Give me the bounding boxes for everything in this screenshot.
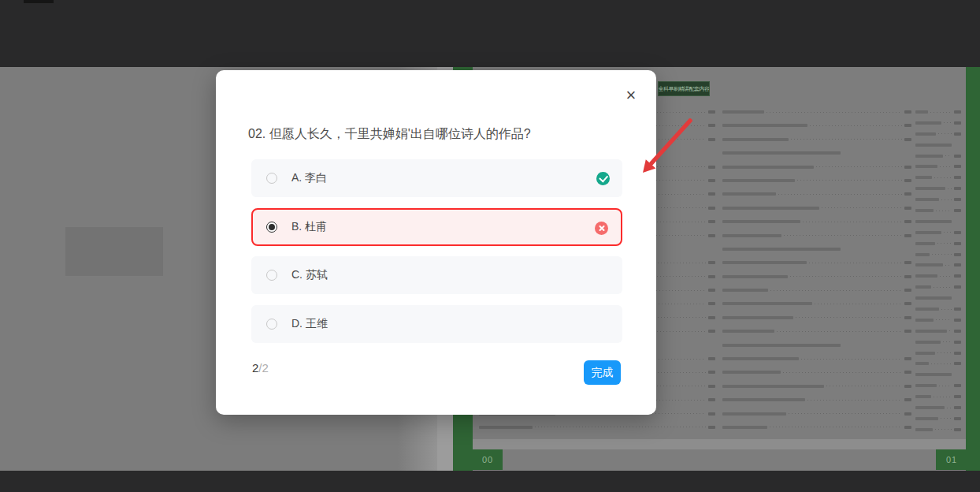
option-a[interactable]: A. 李白 [251,159,622,197]
toc-row [915,231,961,234]
toc-row [915,362,961,365]
progress-indicator: 2/2 [252,361,269,375]
toc-row [722,385,911,388]
page-number-tab-right: 01 [936,449,966,470]
toc-row [722,275,911,278]
toc-row [915,144,961,147]
radio-checked-icon[interactable] [266,222,277,233]
toc-row [915,319,961,322]
page-footer-band [473,439,966,449]
option-label: D. 王维 [291,317,328,331]
toc-row [915,330,961,333]
toc-row [722,151,911,155]
check-circle-icon [596,172,610,185]
close-icon[interactable]: × [621,86,641,106]
toc-row [722,110,911,114]
finish-button[interactable]: 完成 [584,360,621,385]
toc-row [915,121,961,125]
toc-row [722,124,911,127]
toc-row [915,242,961,245]
bottom-chrome-bar [0,471,980,492]
toc-row [915,285,961,289]
quiz-dialog: × 02. 但愿人长久，千里共婵娟'出自哪位诗人的作品? A. 李白 B. 杜甫… [216,70,656,415]
toc-row [722,330,911,333]
toc-row [915,296,961,300]
option-label: A. 李白 [291,171,327,185]
toc-row [915,155,961,158]
toc-row [722,192,911,196]
toc-row [915,263,961,266]
toc-row [915,308,961,311]
toc-row [722,316,911,319]
toc-row [915,274,961,278]
radio-icon[interactable] [266,319,277,330]
radio-icon[interactable] [266,173,277,184]
option-label: C. 苏轼 [291,268,328,282]
toc-row [722,412,911,416]
toc-row [722,302,911,305]
toc-row [722,234,911,237]
toc-row [915,198,961,201]
toc-row [915,132,961,136]
page-number-tab-left: 00 [473,449,503,470]
toc-row [915,176,961,179]
toc-row [915,384,961,387]
toc-row [722,261,911,264]
toc-row [915,341,961,344]
option-label: B. 杜甫 [291,220,327,234]
option-d[interactable]: D. 王维 [251,305,622,343]
progress-total: 2 [262,361,269,375]
toc-row [722,207,911,210]
option-c[interactable]: C. 苏轼 [251,256,622,294]
question-text: 02. 但愿人长久，千里共婵娟'出自哪位诗人的作品? [248,126,634,143]
page-right-green-bar [966,67,980,471]
toc-header-badge: 全科早刷精讲配套内容 [658,81,710,96]
toc-row [722,357,911,360]
x-circle-icon [595,222,608,235]
toc-row [722,248,911,251]
toc-row [915,209,961,212]
toc-row [915,428,961,431]
radio-icon[interactable] [266,270,277,281]
toc-row [915,220,961,223]
toc-row [722,289,911,292]
toc-row [722,220,911,223]
toc-row [915,110,961,114]
toc-row [722,371,911,374]
left-page-image-placeholder [65,227,163,276]
toc-row [915,165,961,168]
browser-tab-strip [24,0,54,3]
toc-row [915,373,961,376]
option-b[interactable]: B. 杜甫 [251,208,622,246]
toc-row [722,179,911,182]
toc-row [722,166,911,169]
toc-column-2 [722,110,911,439]
toc-column-3 [915,110,961,439]
toc-row [722,426,911,429]
toc-row [915,352,961,355]
toc-row [915,395,961,398]
options-list: A. 李白 B. 杜甫 C. 苏轼 D. 王维 [251,159,622,353]
toc-row [915,417,961,420]
toc-row [915,253,961,256]
toc-row [722,344,911,347]
toc-row [722,398,911,401]
toc-row [722,138,911,141]
toc-row [915,187,961,190]
red-arrow-annotation [629,113,701,182]
toc-row [479,426,715,429]
top-chrome-bar [0,0,980,67]
toc-row [915,406,961,409]
